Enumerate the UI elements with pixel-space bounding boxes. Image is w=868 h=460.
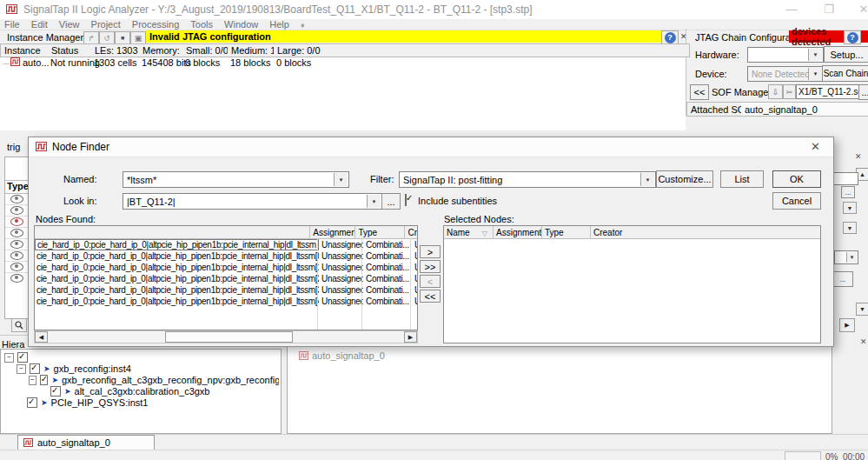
menu-view[interactable]: View — [55, 19, 84, 30]
tree-item[interactable]: ➤ PCIe_HIP_QSYS:inst1 — [27, 397, 148, 408]
chevron-down-icon[interactable] — [367, 195, 381, 208]
collapse-icon[interactable] — [29, 376, 36, 385]
tree-item[interactable]: ➤ gxb_reconfig:inst4 — [17, 363, 131, 374]
chevron-down-icon[interactable] — [808, 68, 822, 80]
stop-analysis-icon[interactable]: ■ — [115, 31, 130, 44]
menu-edit[interactable]: Edit — [27, 19, 52, 30]
collapse-sof-button[interactable]: << — [690, 84, 709, 100]
panel-close-icon[interactable]: ✕ — [855, 152, 862, 161]
scan-chain-button[interactable]: Scan Chain — [822, 65, 868, 82]
instance-arrow-icon: ➤ — [43, 364, 50, 373]
sof-file-field[interactable]: X1/BT_Q11-2.sof — [796, 84, 859, 99]
named-input[interactable]: *ltssm* — [123, 171, 349, 188]
found-col-type[interactable]: Type — [355, 226, 405, 238]
remove-node-button[interactable]: < — [420, 275, 441, 288]
sof-browse-button[interactable]: ... — [858, 84, 868, 100]
dropdown-fragment[interactable]: ▼ — [843, 222, 857, 234]
warning-help-button[interactable]: ? — [661, 30, 679, 44]
selected-col-name[interactable]: Name — [444, 226, 494, 238]
node-row[interactable]: cie_hard_ip_0:pcie_hard_ip_0|altpcie_hip… — [35, 284, 417, 296]
collapse-icon[interactable] — [4, 353, 14, 363]
setup-button[interactable]: Setup... — [824, 46, 868, 63]
zoom-tool-icon[interactable] — [11, 318, 27, 332]
selected-col-creator[interactable]: Creator — [591, 226, 820, 238]
menu-window[interactable]: Window — [220, 19, 262, 30]
browse-fragment-button[interactable]: ... — [832, 271, 853, 287]
selected-col-type[interactable]: Type — [542, 226, 591, 238]
instance-icon — [10, 57, 20, 66]
scroll-right-icon[interactable]: ▶ — [404, 331, 417, 343]
column-divider — [361, 238, 362, 330]
menu-tools[interactable]: Tools — [186, 19, 217, 30]
include-subentities-checkbox[interactable] — [405, 194, 407, 206]
node-finder-dialog: Node Finder ✕ Named: *ltssm* Filter: Sig… — [28, 137, 834, 347]
add-node-button[interactable]: > — [420, 245, 441, 258]
field-fragment[interactable] — [831, 172, 858, 185]
device-select[interactable]: None Detected — [747, 66, 824, 82]
item-checkbox[interactable] — [30, 363, 40, 374]
chevron-down-icon[interactable] — [334, 173, 348, 186]
scroll-down-icon[interactable]: ▼ — [856, 303, 868, 316]
look-in-browse-button[interactable]: ... — [381, 193, 401, 210]
type-column-header: Type — [5, 181, 28, 194]
found-hscrollbar[interactable]: ◀ ▶ — [34, 330, 418, 343]
node-row[interactable]: cie_hard_ip_0:pcie_hard_ip_0|altpcie_hip… — [35, 296, 417, 307]
menu-processing[interactable]: Processing — [128, 19, 183, 30]
hardware-select[interactable] — [747, 47, 824, 63]
panel-close-icon[interactable]: ✕ — [860, 337, 867, 346]
item-checkbox[interactable] — [40, 375, 49, 385]
attach-sof-icon[interactable]: ✂ — [783, 84, 796, 99]
add-all-nodes-button[interactable]: >> — [420, 260, 441, 273]
close-button[interactable]: ✕ — [850, 0, 868, 18]
filter-label: Filter: — [370, 174, 394, 184]
filter-select[interactable]: SignalTap II: post-fitting — [399, 171, 656, 188]
tree-item[interactable]: ➤ alt_cal_c3gxb:calibration_c3gxb — [50, 386, 209, 397]
node-row[interactable]: cie_hard_ip_0:pcie_hard_ip_0|altpcie_hip… — [35, 239, 417, 250]
col-les: LEs: 1303 — [91, 43, 143, 57]
root-checkbox[interactable] — [17, 352, 28, 363]
cancel-button[interactable]: Cancel — [772, 192, 821, 210]
look-in-input[interactable]: |BT_Q11-2| — [123, 193, 382, 210]
customize-button[interactable]: Customize... — [656, 170, 713, 188]
item-checkbox[interactable] — [50, 386, 61, 397]
ok-button[interactable]: OK — [772, 170, 821, 188]
browse-fragment-button[interactable]: ... — [841, 186, 855, 198]
run-analysis-icon[interactable]: ↱ — [83, 31, 99, 44]
chevron-down-icon[interactable] — [808, 49, 822, 61]
menu-project[interactable]: Project — [87, 19, 125, 30]
read-data-icon[interactable]: ▣ — [130, 31, 146, 44]
minimize-button[interactable]: — — [778, 0, 805, 18]
dialog-close-icon[interactable]: ✕ — [811, 140, 820, 153]
instance-status: Not running — [50, 57, 100, 68]
program-sof-icon[interactable]: ⇩ — [768, 84, 783, 99]
scroll-right-icon[interactable]: ▶ — [839, 318, 855, 332]
selected-col-assignments[interactable]: Assignments — [494, 226, 542, 238]
dropdown-fragment[interactable]: ▼ — [843, 202, 857, 214]
tab-auto-signaltap[interactable]: auto_signaltap_0 — [17, 435, 155, 450]
tree-root[interactable] — [4, 352, 28, 363]
item-checkbox[interactable] — [27, 397, 37, 408]
restore-button[interactable]: ❐ — [815, 0, 843, 18]
menu-help[interactable]: Help — [265, 19, 294, 30]
scroll-left-icon[interactable]: ◀ — [35, 331, 48, 343]
remove-all-nodes-button[interactable]: << — [420, 290, 441, 303]
signaltap-window: SignalTap II Logic Analyzer - Y:/3_Augus… — [0, 0, 868, 460]
autorun-analysis-icon[interactable]: ↺ — [99, 31, 115, 44]
found-col-creator[interactable]: Cr — [405, 226, 417, 238]
menu-file[interactable]: File — [0, 19, 24, 30]
scroll-thumb[interactable] — [165, 331, 293, 343]
tree-item[interactable]: ➤ gxb_reconfig_alt_c3gxb_reconfig_npv:gx… — [29, 375, 279, 385]
instance-row[interactable]: — auto... Not running 1303 cells 145408 … — [0, 57, 686, 69]
list-button[interactable]: List — [720, 170, 764, 188]
node-row[interactable]: cie_hard_ip_0:pcie_hard_ip_0|altpcie_hip… — [35, 273, 417, 284]
found-col-name[interactable] — [35, 226, 310, 238]
jtag-help-button[interactable]: ? — [844, 30, 861, 44]
field-fragment[interactable] — [834, 250, 858, 264]
found-col-assignments[interactable]: Assignments — [310, 226, 355, 238]
collapse-icon[interactable] — [17, 364, 26, 374]
node-row[interactable]: cie_hard_ip_0:pcie_hard_ip_0|altpcie_hip… — [35, 250, 417, 262]
chevron-down-icon[interactable] — [640, 173, 654, 186]
status-cell — [785, 451, 821, 460]
chevron-down-icon[interactable] — [846, 252, 857, 263]
node-row[interactable]: cie_hard_ip_0:pcie_hard_ip_0|altpcie_hip… — [35, 262, 417, 273]
